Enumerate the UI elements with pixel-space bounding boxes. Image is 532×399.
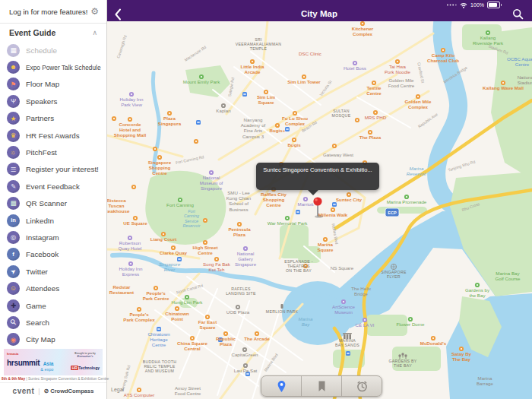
- sidebar-item-speakers[interactable]: ΨSpeakers: [0, 93, 106, 109]
- gamepad-icon: ✚: [7, 299, 20, 312]
- hr-summit-logo: hrmasia hrsummit Asia & expo: [7, 353, 53, 372]
- alarm-button[interactable]: [341, 376, 382, 396]
- map-pin-marker[interactable]: [312, 195, 324, 219]
- sidebar-item-event-feedback[interactable]: ✎Event Feedback: [0, 178, 106, 195]
- map-label: RedstarRestaurant: [109, 284, 134, 295]
- sidebar-item-partners[interactable]: ★Partners: [0, 110, 106, 127]
- facebook-icon: f: [7, 248, 20, 261]
- floor-map-icon: ⚑: [7, 78, 20, 90]
- cell-signal-icon: [446, 3, 457, 7]
- sidebar-item-floor-map[interactable]: ⚑Floor Map: [0, 76, 106, 93]
- map-label: Hotel Boss: [344, 65, 366, 71]
- map-label: NS Square: [331, 265, 354, 271]
- sidebar-item-instagram[interactable]: ◎Instagram: [0, 229, 106, 245]
- map-label: Kaplan: [216, 108, 231, 113]
- sidebar-item-hr-fest-awards[interactable]: ♛HR Fest Awards: [0, 127, 106, 144]
- map-toolbar: [261, 375, 382, 397]
- sidebar-footer: hrmasia hrsummit Asia & expo Brought to …: [0, 349, 106, 399]
- map-label: Kallang Wave Mall: [483, 85, 524, 90]
- legal-link[interactable]: Legal: [111, 387, 124, 392]
- location-pin-icon: [276, 380, 287, 393]
- sidebar: Log in for more features! ⚙ Event Guide …: [0, 0, 107, 399]
- map-label: CapitaGreen: [231, 352, 258, 357]
- login-banner[interactable]: Log in for more features! ⚙: [0, 0, 106, 24]
- trophy-icon: ♛: [7, 129, 20, 142]
- microphone-icon: Ψ: [7, 95, 20, 108]
- map-label: UOB Plaza: [226, 309, 250, 315]
- map-label: Tai HwaPork Noodle: [385, 64, 411, 74]
- map-label: Suntec City: [336, 197, 363, 202]
- battery-percent: 100%: [470, 2, 484, 8]
- sidebar-item-schedule[interactable]: ▦Schedule: [0, 42, 106, 59]
- map-label: Marina Promenade: [387, 199, 427, 204]
- map-label: The Arcade: [244, 336, 270, 341]
- map-label: ATS Computer: [124, 392, 154, 397]
- map-label: MERLION PARK: [266, 309, 299, 314]
- sidebar-item-search[interactable]: ⚲Search: [0, 314, 106, 331]
- city-map-canvas[interactable]: SRIVEERAMAKALIAMMANTEMPLELittle IndiaArc…: [106, 21, 532, 399]
- map-label: TextileCentre: [366, 85, 382, 96]
- map-label: SRIVEERAMAKALIAMMANTEMPLE: [236, 37, 282, 51]
- map-label: Lau Pa Sat: [234, 368, 258, 373]
- sidebar-item-twitter[interactable]: ➤Twitter: [0, 263, 106, 280]
- map-label: Golden MileFood Centre: [388, 78, 415, 88]
- location-button[interactable]: [261, 376, 301, 396]
- map-label: NanyangAcademy ofFine ArtsCampus 3: [241, 117, 266, 139]
- back-button[interactable]: [114, 8, 123, 21]
- map-label: SMU - LeeKong ChianSchool ofBusiness: [226, 190, 252, 212]
- alarm-clock-icon: [356, 380, 369, 393]
- map-label: ConcordeHotel andShopping Mall: [114, 122, 147, 138]
- venue-callout[interactable]: Suntec Singapore Convention & Exhibitio.…: [256, 163, 379, 190]
- map-label: Far EastSquare: [198, 319, 217, 330]
- map-label: NationalMuseum ofSingapore: [200, 175, 223, 191]
- map-label: ESPLANADE -THEATRESON THE BAY: [284, 259, 313, 273]
- map-label: ChinatownHeritageCentre: [147, 331, 170, 347]
- map-label: MarinaReservoir: [407, 166, 427, 176]
- sidebar-item-attendees[interactable]: ☺Attendees: [0, 280, 106, 296]
- map-label: MarinaBarrage: [477, 375, 494, 386]
- map-label: RobertsonQuay Hotel: [119, 240, 142, 251]
- map-label: Bugis: [287, 142, 301, 147]
- sidebar-item-pitchfest[interactable]: ☼PitchFest: [0, 144, 106, 160]
- map-label: Sim Lim Tower: [287, 79, 321, 84]
- map-label: DSC Clinic: [299, 51, 321, 56]
- search-icon[interactable]: [512, 8, 524, 20]
- map-label: Tanjong Rhu Rd: [448, 159, 476, 172]
- sidebar-item-register-your-interest[interactable]: ☰Register your interest!: [0, 161, 106, 178]
- sidebar-item-facebook[interactable]: fFacebook: [0, 246, 106, 263]
- map-label: BUDDHA TOOTHRELIC TEMPLEAND MUSEUM: [143, 359, 177, 373]
- crowdcompass-logo: ⊘CrowdCompass: [44, 388, 94, 394]
- map-label: PlazaSingapura: [158, 116, 182, 126]
- main-panel: 100% City Map SRIVEERAMAKALIAMMANTEMPLEL…: [106, 0, 532, 399]
- sidebar-item-linkedin[interactable]: inLinkedIn: [0, 212, 106, 229]
- map-label: MARINABAY SANDS: [335, 338, 359, 347]
- sidebar-item-city-map[interactable]: ◉City Map: [0, 331, 106, 348]
- map-label: KitchenerComplex: [352, 26, 374, 36]
- schedule-icon: ▦: [7, 44, 20, 57]
- map-label: Holiday InnPark View: [120, 97, 144, 107]
- gear-icon[interactable]: ⚙: [90, 7, 99, 16]
- nav-bar: City Map: [106, 8, 532, 21]
- map-label: PeninsulaPlaza: [228, 226, 251, 237]
- map-label: CÉ LA VI: [355, 322, 374, 328]
- sidebar-menu: ▦Schedule ☻Expo Power Talk Schedule ⚑Flo…: [0, 42, 106, 348]
- map-label: Marina BayGolf Course: [495, 271, 521, 281]
- map-label: Golden MileComplex: [404, 99, 432, 109]
- map-label: Cavenagh Rd: [116, 34, 128, 59]
- event-guide-header[interactable]: Event Guide ∧: [0, 24, 106, 42]
- map-label: War Memorial Park: [268, 220, 309, 226]
- pencil-icon: ✎: [7, 180, 20, 193]
- map-label: Flower Dome: [397, 321, 425, 327]
- idea-icon: ☼: [7, 146, 20, 159]
- sidebar-item-qr-scanner[interactable]: ▩QR Scanner: [0, 195, 106, 212]
- instagram-icon: ◎: [7, 231, 20, 244]
- qr-code-icon: ▩: [7, 197, 20, 210]
- sidebar-item-expo-power-talk-schedule[interactable]: ☻Expo Power Talk Schedule: [0, 59, 106, 75]
- people-icon: ☺: [7, 282, 20, 295]
- map-label: People'sPark Complex: [123, 312, 155, 322]
- sidebar-item-game[interactable]: ✚Game: [0, 297, 106, 314]
- map-label: MRS PHD: [365, 115, 387, 120]
- bookmark-button[interactable]: [301, 376, 341, 396]
- map-label: BisteccaTuscanSteakhouse: [106, 198, 130, 214]
- map-label: Holiday InnExpress: [119, 266, 144, 277]
